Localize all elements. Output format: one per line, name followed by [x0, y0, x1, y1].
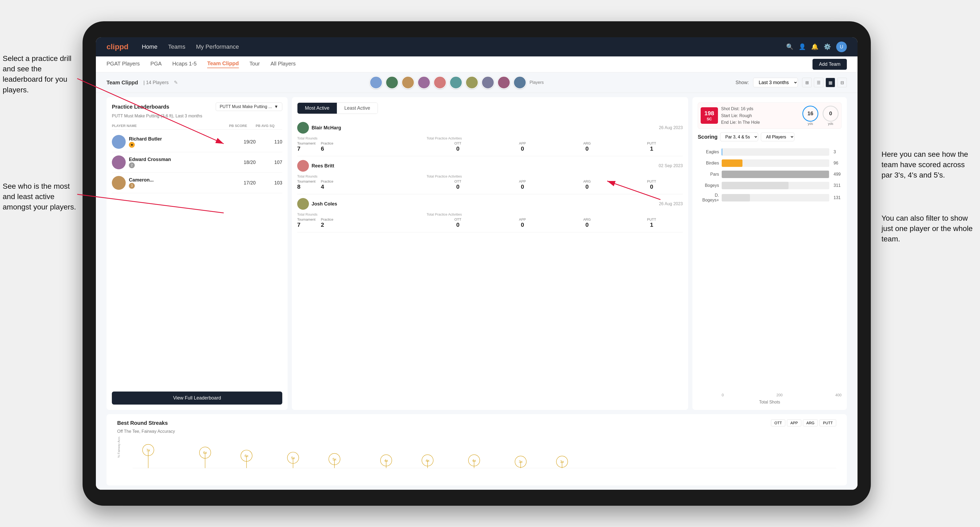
team-controls: Show: Last 3 months Last 6 months Last y…	[735, 78, 847, 87]
nav-links: Home Teams My Performance	[142, 43, 786, 50]
col-pb-avg: PB AVG SQ	[256, 124, 282, 128]
player-avatar-10[interactable]	[514, 76, 526, 89]
bar-eagles: Eagles 3	[698, 148, 842, 156]
svg-text:% Fairway Accuracy: % Fairway Accuracy	[117, 437, 120, 458]
user-avatar[interactable]: U	[836, 41, 847, 52]
activity-avatar-3[interactable]	[297, 198, 309, 210]
annotation-top-left: Select a practice drill and see the lead…	[3, 53, 77, 95]
streaks-filter-buttons: OTT APP ARG PUTT	[771, 419, 836, 426]
settings-icon[interactable]: ⚙️	[824, 43, 831, 50]
person-icon[interactable]: 👤	[799, 43, 806, 50]
annotation-bottom-left: See who is the most and least active amo…	[3, 181, 77, 213]
activity-avatar-1[interactable]	[297, 122, 309, 133]
practice-col-1: Practice 6	[321, 141, 333, 152]
practice-activities-group-2: Total Practice Activities OTT 0 APP 0	[426, 174, 683, 190]
subnav-pga[interactable]: PGA	[151, 61, 162, 68]
practice-val-1: 6	[321, 145, 333, 152]
nav-my-performance[interactable]: My Performance	[196, 43, 239, 50]
activity-player-1: Blair McHarg 26 Aug 2023 Total Rounds To…	[297, 118, 683, 156]
ott-col-2: OTT 0	[426, 179, 489, 190]
player-name-3: Cameron...	[129, 177, 154, 183]
card-view-icon[interactable]: ▦	[826, 78, 835, 87]
most-active-tab[interactable]: Most Active	[298, 103, 337, 114]
subnav-pgat[interactable]: PGAT Players	[107, 61, 140, 68]
nav-home[interactable]: Home	[142, 43, 158, 50]
ott-filter-btn[interactable]: OTT	[771, 419, 785, 426]
subnav-hcaps[interactable]: Hcaps 1-5	[172, 61, 197, 68]
app-col-2: APP 0	[492, 179, 554, 190]
scoring-title: Scoring	[698, 134, 718, 140]
player-avatar-5[interactable]	[434, 76, 446, 89]
player-avatar-8[interactable]	[482, 76, 494, 89]
app-filter-btn[interactable]: APP	[787, 419, 801, 426]
bar-track-pars	[722, 171, 829, 178]
player-avatar-1[interactable]	[370, 76, 382, 89]
leaderboard-row-1[interactable]: Richard Butler ★ 19/20 110	[112, 132, 282, 152]
total-rounds-group-3: Total Rounds Tournament 7 Practice 2	[297, 213, 424, 229]
show-select[interactable]: Last 3 months Last 6 months Last year	[753, 78, 798, 87]
leaderboard-table-header: PLAYER NAME PB SCORE PB AVG SQ	[112, 122, 282, 130]
x-label-400: 400	[835, 393, 842, 397]
least-active-tab[interactable]: Least Active	[337, 103, 378, 114]
player-avatar-6[interactable]	[450, 76, 462, 89]
activity-tabs: Most Active Least Active	[297, 103, 378, 114]
putt-col-3: PUTT 1	[620, 217, 683, 229]
leaderboard-row-2[interactable]: Edward Crossman 2 18/20 107	[112, 152, 282, 173]
bar-label-pars: Pars	[698, 172, 719, 177]
search-icon[interactable]: 🔍	[786, 43, 793, 50]
activity-stats-2: Total Rounds Tournament 8 Practice 4	[297, 174, 683, 190]
svg-text:5x: 5x	[291, 456, 295, 460]
leaderboard-title: Practice Leaderboards	[112, 104, 169, 110]
activity-avatar-2[interactable]	[297, 160, 309, 171]
bar-dbogeys: D. Bogeys+ 131	[698, 193, 842, 203]
list-view-icon[interactable]: ☰	[814, 78, 823, 87]
bell-icon[interactable]: 🔔	[811, 43, 818, 50]
arg-filter-btn[interactable]: ARG	[803, 419, 818, 426]
leaderboard-card: Practice Leaderboards PUTT Must Make Put…	[107, 97, 288, 410]
subnav-team-clippd[interactable]: Team Clippd	[207, 60, 239, 68]
leaderboard-row-3[interactable]: Cameron... 3 17/20 103	[112, 173, 282, 193]
bar-birdies: Birdies 96	[698, 159, 842, 167]
practice-col-3: Practice 2	[321, 217, 333, 229]
add-team-button[interactable]: Add Team	[813, 59, 847, 70]
player-avatar-3[interactable]	[402, 76, 414, 89]
subnav: PGAT Players PGA Hcaps 1-5 Team Clippd T…	[96, 56, 858, 72]
shot-circles: 16 yds 0 yds	[802, 106, 838, 125]
shot-circle-1: 16 yds	[802, 106, 818, 125]
subnav-tour[interactable]: Tour	[250, 61, 260, 68]
filter-icon[interactable]: ⊟	[837, 78, 847, 87]
leaderboard-dropdown[interactable]: PUTT Must Make Putting ... ▼	[216, 103, 282, 111]
players-label: Players	[530, 80, 544, 85]
putt-filter-btn[interactable]: PUTT	[819, 419, 836, 426]
edit-icon[interactable]: ✎	[174, 79, 178, 86]
bar-label-eagles: Eagles	[698, 149, 719, 154]
team-header: Team Clippd | 14 Players ✎	[96, 72, 858, 93]
bar-fill-eagles	[722, 148, 722, 156]
player-avatar-2[interactable]	[386, 76, 398, 89]
view-leaderboard-button[interactable]: View Full Leaderboard	[112, 392, 282, 405]
player-name-1: Richard Butler	[129, 136, 162, 142]
player-avatar-7[interactable]	[466, 76, 478, 89]
tournament-col-1: Tournament 7	[297, 141, 316, 152]
bar-value-bogeys: 311	[834, 183, 842, 188]
badge-row-2: 2	[129, 162, 171, 168]
subnav-all-players[interactable]: All Players	[270, 61, 296, 68]
player-info-1: Richard Butler ★	[112, 135, 229, 149]
player-avatar-9[interactable]	[498, 76, 510, 89]
svg-text:4x: 4x	[472, 459, 476, 463]
player-avatar-4[interactable]	[418, 76, 430, 89]
avg-1: 110	[256, 139, 282, 145]
player-details-1: Richard Butler ★	[129, 136, 162, 148]
bar-value-eagles: 3	[834, 149, 842, 154]
col-player-name: PLAYER NAME	[112, 124, 229, 128]
nav-teams[interactable]: Teams	[168, 43, 185, 50]
player-avatar-sm-3	[112, 176, 126, 190]
practice-activities-values-1: OTT 0 APP 0 ARG 0	[426, 141, 683, 152]
gold-badge-1: ★	[129, 142, 135, 148]
streaks-title: Best Round Streaks	[117, 420, 168, 426]
grid-view-icon[interactable]: ⊞	[802, 78, 812, 87]
bar-track-birdies	[722, 159, 829, 167]
bar-label-bogeys: Bogeys	[698, 183, 719, 188]
scoring-filter-players[interactable]: All Players	[761, 133, 794, 141]
scoring-filter-par[interactable]: Par 3, 4 & 5s Par 3s only Par 4s only Pa…	[720, 133, 758, 141]
